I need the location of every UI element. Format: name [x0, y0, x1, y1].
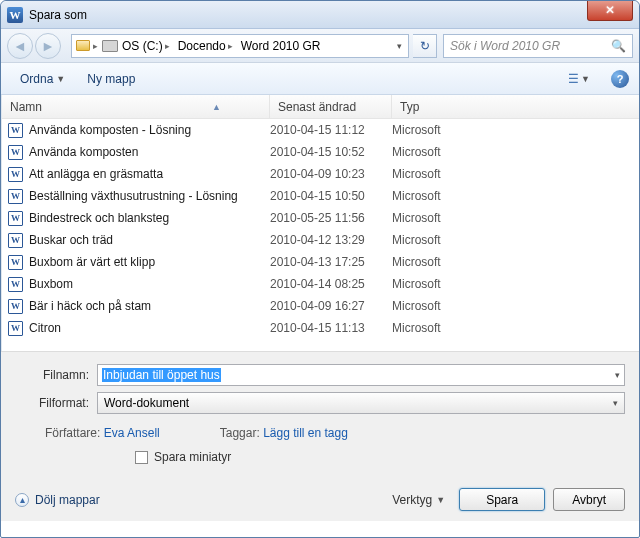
- main-area: ▷ Bibliotek 🖼️Bilder 📄Dokument 🎞️Filmer …: [1, 95, 639, 351]
- fileformat-value: Word-dokument: [104, 396, 189, 410]
- file-name: Beställning växthusutrustning - Lösning: [29, 189, 238, 203]
- file-type: Microsoft: [392, 145, 441, 159]
- address-dropdown[interactable]: ▾: [393, 41, 406, 51]
- address-bar[interactable]: ▸ OS (C:) ▸ Docendo ▸ Word 2010 GR ▾: [71, 34, 409, 58]
- tags-field: Taggar: Lägg till en tagg: [220, 426, 348, 440]
- column-header-name[interactable]: Namn ▲: [2, 95, 270, 118]
- file-row[interactable]: WBär i häck och på stam2010-04-09 16:27M…: [2, 295, 640, 317]
- breadcrumb-folder[interactable]: Word 2010 GR: [237, 35, 325, 57]
- hide-folders-button[interactable]: ▴ Dölj mappar: [15, 493, 100, 507]
- new-folder-button[interactable]: Ny mapp: [78, 67, 144, 91]
- chevron-up-icon: ▴: [15, 493, 29, 507]
- column-header-type[interactable]: Typ: [392, 95, 640, 118]
- file-row[interactable]: WAtt anlägga en gräsmatta2010-04-09 10:2…: [2, 163, 640, 185]
- file-row[interactable]: WBindestreck och blanksteg2010-05-25 11:…: [2, 207, 640, 229]
- file-type: Microsoft: [392, 277, 441, 291]
- breadcrumb-drive[interactable]: OS (C:) ▸: [98, 35, 174, 57]
- column-label: Namn: [10, 100, 42, 114]
- file-name: Buskar och träd: [29, 233, 113, 247]
- save-thumbnail-checkbox[interactable]: [135, 451, 148, 464]
- file-type: Microsoft: [392, 233, 441, 247]
- file-row[interactable]: WAnvända komposten2010-04-15 10:52Micros…: [2, 141, 640, 163]
- file-row[interactable]: WCitron2010-04-15 11:13Microsoft: [2, 317, 640, 339]
- save-button[interactable]: Spara: [459, 488, 545, 511]
- chevron-down-icon[interactable]: ▾: [615, 370, 620, 380]
- organize-label: Ordna: [20, 72, 53, 86]
- file-name: Buxbom är värt ett klipp: [29, 255, 155, 269]
- column-header-date[interactable]: Senast ändrad: [270, 95, 392, 118]
- file-date: 2010-04-13 17:25: [270, 255, 392, 269]
- file-row[interactable]: WBeställning växthusutrustning - Lösning…: [2, 185, 640, 207]
- word-app-icon: W: [7, 7, 23, 23]
- chevron-down-icon: ▼: [436, 495, 445, 505]
- forward-button[interactable]: ►: [35, 33, 61, 59]
- sort-asc-icon: ▲: [212, 102, 221, 112]
- file-type: Microsoft: [392, 321, 441, 335]
- tools-button[interactable]: Verktyg ▼: [392, 493, 451, 507]
- file-name: Bär i häck och på stam: [29, 299, 151, 313]
- file-date: 2010-04-15 11:13: [270, 321, 392, 335]
- close-button[interactable]: ✕: [587, 1, 633, 21]
- new-folder-label: Ny mapp: [87, 72, 135, 86]
- file-row[interactable]: WBuxbom2010-04-14 08:25Microsoft: [2, 273, 640, 295]
- file-date: 2010-04-09 16:27: [270, 299, 392, 313]
- chevron-right-icon: ▸: [165, 41, 170, 51]
- file-name: Använda komposten - Lösning: [29, 123, 191, 137]
- search-input[interactable]: Sök i Word 2010 GR 🔍: [443, 34, 633, 58]
- filename-value: Inbjudan till öppet hus: [102, 368, 221, 382]
- help-button[interactable]: ?: [611, 70, 629, 88]
- file-row[interactable]: WBuxbom är värt ett klipp2010-04-13 17:2…: [2, 251, 640, 273]
- word-doc-icon: W: [8, 321, 23, 336]
- file-date: 2010-05-25 11:56: [270, 211, 392, 225]
- file-date: 2010-04-14 08:25: [270, 277, 392, 291]
- chevron-down-icon: ▼: [56, 74, 65, 84]
- fileformat-label: Filformat:: [15, 396, 97, 410]
- word-doc-icon: W: [8, 299, 23, 314]
- window-title: Spara som: [29, 8, 87, 22]
- file-date: 2010-04-12 13:29: [270, 233, 392, 247]
- save-label: Spara: [486, 493, 518, 507]
- drive-icon: [102, 40, 118, 52]
- refresh-button[interactable]: ↻: [413, 34, 437, 58]
- back-button[interactable]: ◄: [7, 33, 33, 59]
- folder-icon: [76, 40, 90, 51]
- chevron-down-icon: ▼: [581, 74, 590, 84]
- view-mode-button[interactable]: ☰ ▼: [557, 68, 601, 90]
- column-label: Typ: [400, 100, 419, 114]
- word-doc-icon: W: [8, 145, 23, 160]
- dialog-footer: ▴ Dölj mappar Verktyg ▼ Spara Avbryt: [1, 480, 639, 521]
- toolbar: Ordna ▼ Ny mapp ☰ ▼ ?: [1, 63, 639, 95]
- search-placeholder: Sök i Word 2010 GR: [450, 39, 560, 53]
- breadcrumb-label: OS (C:): [122, 39, 163, 53]
- author-label: Författare:: [45, 426, 100, 440]
- filename-label: Filnamn:: [15, 368, 97, 382]
- file-pane: Namn ▲ Senast ändrad Typ WAnvända kompos…: [2, 95, 640, 351]
- file-name: Citron: [29, 321, 61, 335]
- file-row[interactable]: WAnvända komposten - Lösning2010-04-15 1…: [2, 119, 640, 141]
- file-name: Använda komposten: [29, 145, 138, 159]
- fileformat-combo[interactable]: Word-dokument ▾: [97, 392, 625, 414]
- cancel-button[interactable]: Avbryt: [553, 488, 625, 511]
- file-row[interactable]: WBuskar och träd2010-04-12 13:29Microsof…: [2, 229, 640, 251]
- column-header-row: Namn ▲ Senast ändrad Typ: [2, 95, 640, 119]
- chevron-right-icon: ▸: [228, 41, 233, 51]
- file-date: 2010-04-15 10:50: [270, 189, 392, 203]
- save-thumbnail-label: Spara miniatyr: [154, 450, 231, 464]
- chevron-down-icon: ▾: [613, 398, 618, 408]
- view-icon: ☰: [568, 72, 579, 86]
- column-label: Senast ändrad: [278, 100, 356, 114]
- author-value[interactable]: Eva Ansell: [104, 426, 160, 440]
- file-list[interactable]: WAnvända komposten - Lösning2010-04-15 1…: [2, 119, 640, 351]
- filename-input[interactable]: Inbjudan till öppet hus ▾: [97, 364, 625, 386]
- breadcrumb-label: Docendo: [178, 39, 226, 53]
- breadcrumb-folder[interactable]: Docendo ▸: [174, 35, 237, 57]
- organize-button[interactable]: Ordna ▼: [11, 67, 74, 91]
- file-date: 2010-04-09 10:23: [270, 167, 392, 181]
- tags-value[interactable]: Lägg till en tagg: [263, 426, 348, 440]
- search-icon: 🔍: [611, 39, 626, 53]
- refresh-icon: ↻: [420, 39, 430, 53]
- word-doc-icon: W: [8, 123, 23, 138]
- word-doc-icon: W: [8, 167, 23, 182]
- word-doc-icon: W: [8, 233, 23, 248]
- word-doc-icon: W: [8, 189, 23, 204]
